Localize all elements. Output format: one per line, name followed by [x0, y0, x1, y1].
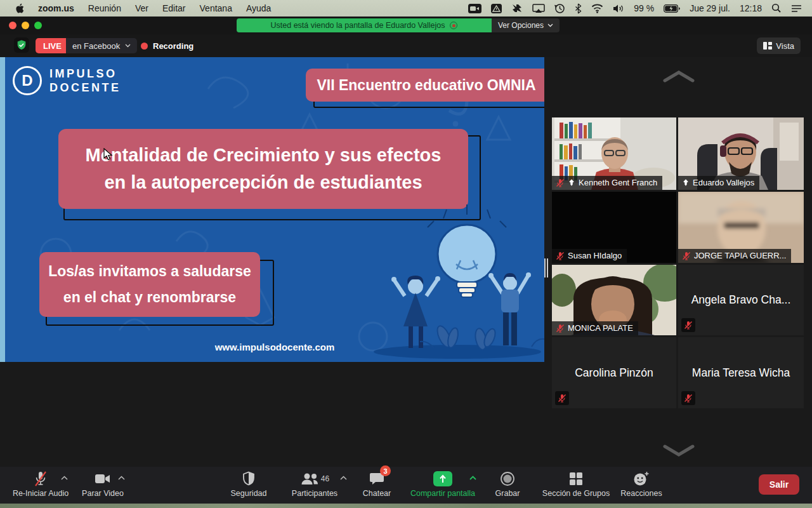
- participant-tile-angela[interactable]: Angela Bravo Cha...: [678, 265, 804, 335]
- notification-center-icon[interactable]: [789, 0, 804, 17]
- website-url: www.impulsodocente.com: [164, 342, 386, 352]
- reactions-label: Reacciones: [620, 489, 662, 498]
- audio-options-chevron[interactable]: [61, 476, 68, 480]
- logo-letter: D: [22, 72, 32, 90]
- reactions-smiley-icon: [633, 471, 650, 486]
- window-titlebar: Usted está viendo la pantalla de Eduardo…: [0, 17, 812, 34]
- slide-title-line1: Mentalidad de Crecimiento y sus efectos: [86, 142, 442, 169]
- name-bar: MONICA PALATE: [552, 321, 638, 335]
- bluetooth-status-icon[interactable]: [572, 0, 584, 17]
- spotlight-icon[interactable]: [769, 0, 784, 17]
- chevron-down-icon: [662, 444, 695, 458]
- participant-tile-carolina[interactable]: Carolina Pinzón: [552, 337, 676, 408]
- muted-mic-icon: [34, 471, 48, 487]
- encryption-shield-icon[interactable]: [14, 37, 29, 53]
- participants-options-chevron[interactable]: [340, 476, 347, 480]
- menubar-time[interactable]: 12:18: [737, 3, 764, 13]
- screen: zoom.us Reunión Ver Editar Ventana Ayuda: [0, 0, 812, 508]
- view-options-label: Ver Opciones: [498, 21, 544, 30]
- gallery-scroll-down[interactable]: [660, 441, 698, 460]
- menu-reunion[interactable]: Reunión: [81, 0, 128, 17]
- chat-button[interactable]: 3 Chatear: [355, 469, 398, 498]
- security-label: Seguridad: [231, 489, 267, 498]
- shared-screen-edge: [0, 57, 5, 362]
- close-window-button[interactable]: [9, 22, 16, 29]
- muted-mic-icon: [681, 391, 695, 405]
- menu-ayuda[interactable]: Ayuda: [239, 0, 278, 17]
- participants-label: Participantes: [292, 489, 337, 498]
- mouse-cursor: [103, 148, 113, 161]
- apple-menu-icon[interactable]: [8, 0, 31, 17]
- panel-resize-handle[interactable]: [544, 257, 549, 279]
- security-button[interactable]: Seguridad: [225, 469, 273, 498]
- leave-meeting-button[interactable]: Salir: [759, 474, 799, 495]
- participant-tile-maria[interactable]: Maria Teresa Wicha: [678, 337, 804, 408]
- participant-name: Susan HIdalgo: [568, 251, 622, 260]
- battery-percent[interactable]: 99 %: [631, 3, 657, 13]
- antivirus-status-icon[interactable]: [509, 0, 525, 17]
- share-options-chevron[interactable]: [469, 476, 476, 480]
- participant-name: Maria Teresa Wicha: [678, 337, 804, 408]
- participant-name: MONICA PALATE: [568, 323, 633, 333]
- participant-tile-monica[interactable]: MONICA PALATE: [552, 265, 676, 335]
- live-status-bar: LIVE en Facebook Recording Vista: [0, 34, 812, 57]
- view-options-button[interactable]: Ver Opciones: [492, 18, 560, 32]
- name-bar: Kenneth Gent Franch: [552, 176, 662, 190]
- breakout-rooms-button[interactable]: Sección de Grupos: [538, 469, 614, 498]
- gallery-scroll-up[interactable]: [660, 67, 698, 86]
- participants-icon: [300, 472, 319, 486]
- menu-ventana[interactable]: Ventana: [193, 0, 239, 17]
- reactions-button[interactable]: Reacciones: [617, 469, 666, 498]
- video-camera-icon: [95, 472, 111, 485]
- muted-mic-icon: [555, 391, 569, 405]
- video-label: Parar Video: [82, 489, 124, 498]
- event-banner: VII Encuentro educativo OMNIA: [306, 69, 544, 102]
- muted-mic-icon: [681, 318, 695, 332]
- menubar-date[interactable]: Jue 29 jul.: [687, 3, 733, 13]
- menu-ver[interactable]: Ver: [128, 0, 155, 17]
- share-screen-button[interactable]: Compartir pantalla: [402, 469, 483, 498]
- logo-line1: IMPULSO: [49, 67, 121, 81]
- unmute-audio-button[interactable]: Re-Iniciar Audio: [9, 469, 72, 498]
- breakout-label: Sección de Grupos: [542, 489, 610, 498]
- share-status-icon: [450, 22, 457, 29]
- participants-button[interactable]: 46 Participantes: [284, 469, 345, 498]
- video-options-chevron[interactable]: [118, 476, 125, 480]
- impulso-docente-logo: D IMPULSO DOCENTE: [13, 66, 121, 95]
- macos-menu-bar: zoom.us Reunión Ver Editar Ventana Ayuda: [0, 0, 812, 17]
- event-banner-text: VII Encuentro educativo OMNIA: [317, 77, 535, 94]
- warning-status-icon[interactable]: [488, 0, 504, 17]
- camera-status-icon[interactable]: [466, 0, 484, 17]
- chat-label: Chatear: [363, 489, 391, 498]
- time-machine-status-icon[interactable]: [552, 0, 568, 17]
- fullscreen-window-button[interactable]: [34, 22, 42, 29]
- live-platform-dropdown[interactable]: en Facebook: [66, 38, 137, 53]
- share-screen-icon: [433, 471, 452, 486]
- airplay-status-icon[interactable]: [530, 0, 547, 17]
- menu-app-name[interactable]: zoom.us: [31, 0, 81, 17]
- screen-share-banner: Usted está viendo la pantalla de Eduardo…: [237, 18, 492, 32]
- chevron-down-icon: [547, 23, 553, 27]
- participant-tile-susan[interactable]: Susan HIdalgo: [552, 192, 676, 263]
- lightbulb-people-illustration: [365, 202, 544, 361]
- minimize-window-button[interactable]: [22, 22, 29, 29]
- battery-icon[interactable]: [661, 0, 683, 17]
- participant-tile-kenneth[interactable]: Kenneth Gent Franch: [552, 117, 676, 190]
- stop-video-button[interactable]: Parar Video: [77, 469, 128, 498]
- view-button[interactable]: Vista: [757, 37, 801, 54]
- muted-mic-icon: [556, 178, 565, 187]
- live-label: LIVE: [43, 41, 62, 51]
- participant-tile-jorge[interactable]: JORGE TAPIA GUERR...: [678, 192, 804, 263]
- live-platform-label: en Facebook: [72, 41, 120, 51]
- menu-editar[interactable]: Editar: [155, 0, 193, 17]
- participant-tile-eduardo[interactable]: Eduardo Vallejos: [678, 117, 804, 190]
- recording-label: Recording: [153, 41, 193, 51]
- share-banner-text: Usted está viendo la pantalla de Eduardo…: [271, 21, 445, 30]
- wifi-status-icon[interactable]: [589, 0, 606, 17]
- pinned-icon: [568, 178, 575, 187]
- record-button[interactable]: Grabar: [487, 469, 528, 498]
- slide-title-line2: en la autopercepción de estudiantes: [104, 169, 422, 196]
- volume-status-icon[interactable]: [610, 0, 627, 17]
- invite-line2: en el chat y renombrarse: [63, 284, 236, 311]
- muted-mic-icon: [682, 251, 691, 260]
